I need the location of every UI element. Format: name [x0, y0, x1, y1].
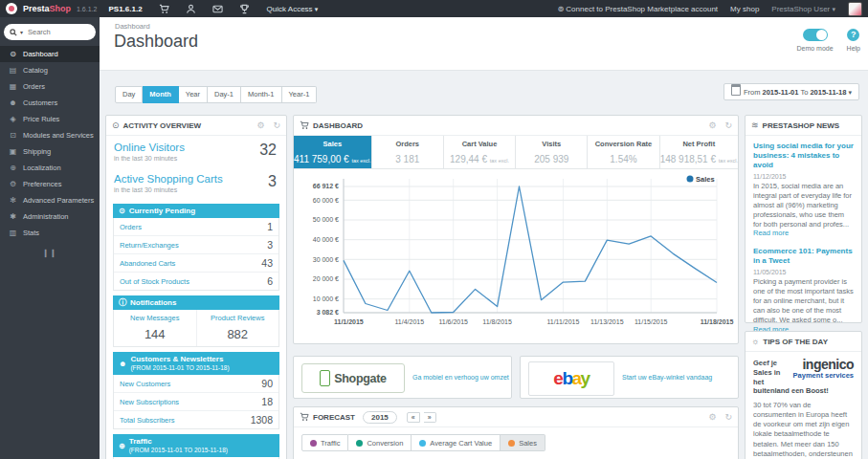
gear-icon[interactable]: ⚙ [708, 412, 716, 422]
sidebar-item-advanced-parameters[interactable]: ✻Advanced Parameters [0, 192, 100, 208]
gear-icon[interactable]: ⚙ [256, 120, 264, 130]
sales-line-chart[interactable]: 66 912 €60 000 €50 000 €40 000 €30 000 €… [294, 171, 738, 341]
legend-button-conversion[interactable]: Conversion [348, 434, 412, 451]
customers-row-new-subscriptions: New Subscriptions18 [114, 393, 278, 411]
shop-tag[interactable]: PS1.6.1.2 [108, 5, 142, 13]
product-reviews-cell: Product Reviews882 [197, 310, 279, 346]
metric-tab-conversion-rate[interactable]: Conversion Rate1.54% [588, 136, 659, 168]
version-label: 1.6.1.2 [77, 6, 97, 12]
sidebar-item-price-rules[interactable]: ◈Price Rules [0, 111, 100, 127]
svg-text:50 000 €: 50 000 € [313, 216, 339, 223]
news-panel-title: PRESTASHOP NEWS [763, 121, 840, 130]
mail-icon[interactable] [212, 4, 223, 14]
sidebar-item-dashboard[interactable]: ⊙Dashboard [0, 46, 100, 62]
catalog-icon: ▤ [9, 66, 17, 75]
sidebar-item-administration[interactable]: ✱Administration [0, 208, 100, 225]
prestashop-logo-icon[interactable] [6, 3, 17, 14]
read-more-link[interactable]: Read more [753, 229, 789, 237]
localization-icon: ⊕ [9, 164, 17, 172]
range-button-day[interactable]: Day [115, 86, 143, 103]
cart-icon[interactable] [159, 4, 169, 14]
metric-tab-cart-value[interactable]: Cart Value129,44 € tax excl. [444, 136, 516, 168]
user-menu[interactable]: PrestaShop User ▾ [771, 5, 835, 13]
metric-tab-visits[interactable]: Visits205 939 [516, 136, 588, 168]
active-carts-link[interactable]: Active Shopping Carts [114, 173, 278, 185]
new-messages-cell: New Messages144 [114, 310, 197, 346]
sidebar-item-catalog[interactable]: ▤Catalog [0, 62, 100, 78]
breadcrumb[interactable]: Dashboard [115, 22, 150, 31]
sidebar-search[interactable]: ▾ [4, 24, 96, 40]
refresh-icon[interactable]: ↻ [273, 120, 280, 130]
range-button-month[interactable]: Month [143, 86, 179, 103]
tips-panel-title: TIPS OF THE DAY [763, 338, 828, 346]
top-bar: PrestaShop 1.6.1.2 PS1.6.1.2 Quick Acces… [0, 0, 868, 17]
demo-mode-control: Demo mode [796, 29, 833, 52]
sidebar-item-orders[interactable]: ▦Orders [0, 78, 100, 95]
help-icon[interactable]: ? [847, 29, 859, 41]
date-range-picker[interactable]: From 2015-11-01 To 2015-11-18 ▾ [723, 83, 859, 100]
user-icon[interactable] [186, 4, 196, 14]
range-button-year-1[interactable]: Year-1 [282, 86, 318, 103]
gear-icon[interactable]: ⚙ [708, 120, 716, 130]
pending-row-abandoned-carts: Abandoned Carts43 [114, 254, 278, 273]
news-article-title[interactable]: Ecommerce 101: Payments in a Tweet [753, 247, 854, 266]
refresh-icon[interactable]: ↻ [724, 412, 732, 422]
calendar-icon [731, 84, 741, 96]
prestashop-news-panel: ≋ PRESTASHOP NEWS Using social media for… [745, 115, 862, 323]
demo-mode-toggle[interactable] [803, 29, 828, 41]
shopgate-link[interactable]: Ga mobiel en verhoog uw omzet [412, 374, 509, 381]
ebay-logo: ebay [528, 361, 614, 396]
sidebar-collapse-icon[interactable]: ❙❙ [0, 249, 100, 257]
sales-dot-icon [508, 440, 515, 447]
range-button-month-1[interactable]: Month-1 [241, 86, 282, 103]
sidebar-item-customers[interactable]: ☻Customers [0, 95, 100, 111]
activity-panel-title: ACTIVITY OVERVIEW [123, 121, 202, 130]
forecast-next-button[interactable]: » [424, 412, 436, 423]
main-area: Dashboard Dashboard Demo mode ? Help Day… [100, 17, 868, 459]
ebay-ad[interactable]: ebay Start uw eBay-winkel vandaag [520, 356, 739, 399]
orders-icon: ▦ [9, 82, 17, 91]
metric-tab-sales[interactable]: Sales411 759,00 € tax excl. [294, 136, 372, 168]
help-label: Help [847, 45, 860, 52]
range-button-year[interactable]: Year [179, 86, 208, 103]
svg-text:11/13/2015: 11/13/2015 [590, 318, 624, 325]
metric-tab-net-profit[interactable]: Net Profit148 918,51 € tax excl. [660, 136, 738, 168]
metric-tabs: Sales411 759,00 € tax excl. Orders3 181 … [294, 136, 738, 169]
activity-overview-panel: ⊙ ACTIVITY OVERVIEW ⚙ ↻ Online Visitors … [105, 115, 287, 459]
legend-button-average-cart-value[interactable]: Average Cart Value [412, 434, 501, 451]
metric-tab-orders[interactable]: Orders3 181 [372, 136, 444, 168]
online-visitors-link[interactable]: Online Visitors [114, 142, 278, 153]
pending-row-orders: Orders1 [114, 218, 278, 236]
brand-name[interactable]: PrestaShop [23, 4, 71, 13]
sidebar-item-shipping[interactable]: ▣Shipping [0, 143, 100, 160]
search-icon [10, 29, 17, 36]
ebay-link[interactable]: Start uw eBay-winkel vandaag [622, 374, 712, 381]
svg-text:11/6/2015: 11/6/2015 [438, 318, 468, 325]
page-header: Dashboard Dashboard Demo mode ? Help [100, 17, 868, 71]
my-shop-link[interactable]: My shop [730, 5, 759, 13]
shopgate-ad[interactable]: Shopgate Ga mobiel en verhoog uw omzet [293, 356, 512, 399]
marketplace-link[interactable]: ⊚ Connect to PrestaShop Marketplace acco… [557, 5, 718, 13]
svg-text:40 000 €: 40 000 € [313, 236, 339, 243]
refresh-icon[interactable]: ↻ [724, 120, 732, 130]
trophy-icon[interactable] [239, 4, 250, 14]
legend-button-traffic[interactable]: Traffic [301, 434, 348, 451]
news-article-title[interactable]: Using social media for your business: 4 … [753, 142, 854, 170]
sidebar-item-preferences[interactable]: ⚙Preferences [0, 176, 100, 192]
person-icon: ☻ [119, 360, 126, 368]
sidebar-item-localization[interactable]: ⊕Localization [0, 160, 100, 176]
forecast-prev-button[interactable]: « [407, 412, 420, 423]
cart-icon [300, 412, 309, 422]
legend-button-sales[interactable]: Sales [501, 434, 545, 451]
sidebar-item-stats[interactable]: ▥Stats [0, 225, 100, 241]
info-icon: ⓘ [119, 298, 126, 307]
svg-text:66 912 €: 66 912 € [313, 183, 339, 189]
customers-row-new-customers: New Customers90 [114, 375, 278, 393]
forecast-year[interactable]: 2015 [363, 411, 397, 424]
sidebar-item-modules[interactable]: ⊡Modules and Services [0, 127, 100, 143]
quick-access-menu[interactable]: Quick Access ▾ [267, 5, 319, 13]
range-button-day-1[interactable]: Day-1 [208, 86, 241, 103]
user-avatar[interactable] [848, 2, 862, 16]
news-article-date: 11/05/2015 [753, 269, 854, 275]
search-input[interactable] [26, 27, 85, 37]
